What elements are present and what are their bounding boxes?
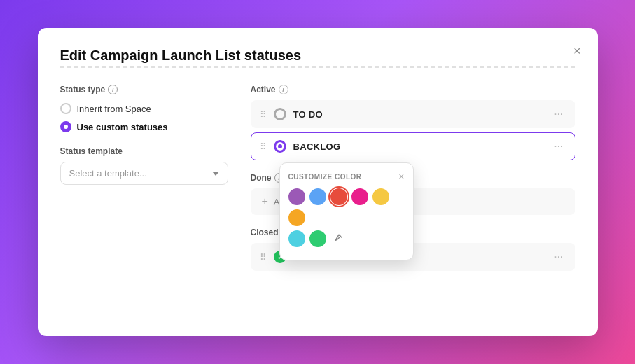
color-picker-header: CUSTOMIZE COLOR ×	[288, 172, 405, 181]
modal-title: Edit Campaign Launch List statuses	[60, 48, 575, 64]
swatch-cyan[interactable]	[288, 230, 305, 247]
todo-status-row: ⠿ TO DO ···	[251, 100, 575, 128]
backlog-drag-handle[interactable]: ⠿	[260, 141, 267, 152]
color-swatches-row2	[288, 230, 405, 247]
right-panel: Active i ⠿ TO DO ··· ⠿ ···	[251, 85, 575, 284]
template-label: Status template	[60, 146, 228, 156]
modal-body: Status type i Inherit from Space Use cus…	[60, 85, 575, 284]
color-picker-close-button[interactable]: ×	[398, 172, 404, 181]
edit-statuses-modal: Edit Campaign Launch List statuses × Sta…	[38, 28, 598, 336]
swatch-green[interactable]	[309, 230, 326, 247]
modal-divider	[60, 66, 575, 68]
swatch-red[interactable]	[330, 188, 347, 205]
inherit-from-space-option[interactable]: Inherit from Space	[60, 103, 228, 114]
template-section: Status template Select a template...	[60, 146, 228, 185]
custom-radio[interactable]	[60, 121, 71, 132]
inherit-label: Inherit from Space	[77, 104, 151, 114]
status-type-info-icon: i	[108, 85, 118, 94]
color-picker-popup: CUSTOMIZE COLOR ×	[279, 162, 414, 260]
swatch-purple[interactable]	[288, 188, 305, 205]
todo-status-dot	[274, 108, 286, 120]
svg-line-0	[340, 236, 341, 237]
eyedropper-button[interactable]	[330, 230, 347, 247]
backlog-status-row: ⠿ ··· CUSTOMIZE COLOR ×	[251, 132, 575, 160]
complete-more-button[interactable]: ···	[551, 251, 566, 263]
swatch-yellow[interactable]	[372, 188, 389, 205]
color-swatches-row1	[288, 188, 405, 226]
backlog-more-button[interactable]: ···	[551, 140, 566, 153]
close-button[interactable]: ×	[571, 42, 584, 60]
swatch-blue-light[interactable]	[309, 188, 326, 205]
template-select[interactable]: Select a template...	[60, 162, 228, 185]
inherit-radio[interactable]	[60, 103, 71, 114]
complete-drag-handle[interactable]: ⠿	[260, 252, 267, 262]
color-picker-title: CUSTOMIZE COLOR	[288, 173, 362, 181]
template-placeholder: Select a template...	[69, 168, 147, 178]
todo-status-name: TO DO	[293, 109, 552, 120]
active-info-icon: i	[279, 85, 288, 94]
todo-more-button[interactable]: ···	[551, 108, 566, 120]
swatch-pink[interactable]	[351, 188, 368, 205]
custom-label: Use custom statuses	[77, 122, 168, 132]
todo-drag-handle[interactable]: ⠿	[260, 109, 267, 120]
left-panel: Status type i Inherit from Space Use cus…	[60, 85, 228, 284]
swatch-orange[interactable]	[288, 209, 305, 226]
backlog-status-input[interactable]	[293, 141, 552, 152]
backlog-status-dot[interactable]	[274, 140, 286, 153]
use-custom-statuses-option[interactable]: Use custom statuses	[60, 121, 228, 132]
active-label: Active i	[251, 85, 575, 94]
status-type-label: Status type i	[60, 85, 228, 94]
plus-icon: +	[262, 195, 268, 208]
active-section: Active i ⠿ TO DO ··· ⠿ ···	[251, 85, 575, 160]
chevron-down-icon	[212, 172, 219, 176]
